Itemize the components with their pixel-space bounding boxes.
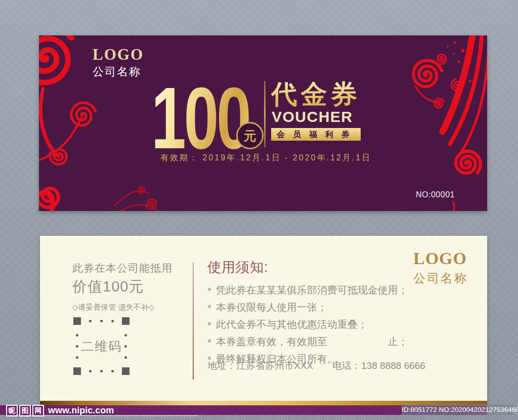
notice-item: *此代金券不与其他优惠活动重叠； [207, 316, 425, 333]
voucher-title-cn: 代金券 [271, 80, 361, 109]
back-company-name: 公司名称 [413, 270, 468, 286]
phone-text: 电话：138 8888 6666 [332, 359, 425, 372]
notice-text: 此代金券不与其他优惠活动重叠； [216, 319, 368, 330]
usage-notice-block: 使用须知: *凭此券在某某某俱乐部消费可抵现金使用； *本券仅限每人使用一张； … [207, 258, 425, 367]
site-url-text: www.nipic.com [48, 405, 114, 416]
voucher-title-en: VOUCHER [272, 109, 353, 124]
back-divider-line [193, 262, 194, 380]
stub-line1: 此券在本公司能抵用 [72, 261, 172, 275]
notice-text: 凭此券在某某某俱乐部消费可抵现金使用； [216, 284, 408, 296]
address-text: 地址：江苏省苏州市XXX [207, 359, 313, 372]
front-company-name: 公司名称 [93, 64, 144, 79]
currency-unit-text: 元 [244, 128, 256, 144]
image-id-label: ID:8051772 NO:20200420212753646000 [402, 404, 514, 415]
notice-bullet: * [207, 317, 211, 334]
notice-item: *本券仅限每人使用一张； [207, 299, 425, 316]
site-logo-char: 网 [32, 405, 44, 416]
notice-bullet: * [207, 334, 211, 351]
site-logo: 昵 图 网 www.nipic.com [6, 405, 114, 416]
qr-code-placeholder: 二维码 [73, 317, 130, 375]
voucher-title-block: 代金券 VOUCHER 会员福利券 [271, 80, 361, 109]
contact-row: 地址：江苏省苏州市XXX 电话：138 8888 6666 [207, 359, 425, 372]
voucher-front: LOGO 公司名称 100 元 代金券 VOUCHER 会员福利券 有效期： 2… [39, 35, 487, 211]
stub-note: ◇请妥善保管 遗失不补◇ [72, 303, 172, 312]
voucher-amount: 100 [151, 74, 249, 161]
design-canvas: LOGO 公司名称 100 元 代金券 VOUCHER 会员福利券 有效期： 2… [0, 0, 518, 420]
site-logo-char: 昵 [6, 405, 18, 416]
back-logo-text: LOGO [413, 250, 468, 267]
gold-divider-line [264, 81, 266, 147]
back-brand-block: LOGO 公司名称 [413, 250, 468, 286]
stub-block: 此券在本公司能抵用 价值100元 ◇请妥善保管 遗失不补◇ [72, 261, 172, 312]
notice-bullet: * [207, 282, 211, 300]
stub-value: 价值100元 [72, 277, 172, 297]
notice-text: 本券仅限每人使用一张； [216, 302, 327, 313]
notice-title: 使用须知: [207, 258, 425, 276]
notice-item: *本券盖章有效，有效期至 止； [207, 333, 425, 350]
notice-item: *凭此券在某某某俱乐部消费可抵现金使用； [207, 281, 425, 299]
member-benefit-badge: 会员福利券 [271, 128, 361, 141]
validity-period: 有效期： 2019年.12月.1日 - 2020年.12月.1日 [160, 153, 371, 163]
qr-label: 二维码 [73, 317, 130, 375]
serial-number: NO:00001 [416, 190, 455, 199]
notice-bullet: * [207, 300, 211, 317]
front-logo-text: LOGO [93, 47, 144, 62]
notice-text: 本券盖章有效，有效期至 止； [216, 336, 408, 347]
site-logo-char: 图 [19, 405, 31, 416]
currency-unit-circle: 元 [236, 122, 264, 149]
voucher-back: 此券在本公司能抵用 价值100元 ◇请妥善保管 遗失不补◇ 二维码 使用 [40, 236, 487, 401]
front-brand-block: LOGO 公司名称 [93, 47, 144, 79]
